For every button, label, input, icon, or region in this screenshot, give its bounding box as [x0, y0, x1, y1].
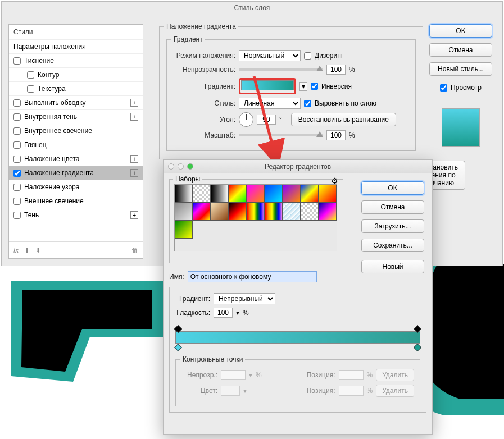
- blend-mode-select[interactable]: Нормальный: [239, 50, 301, 61]
- opacity-input[interactable]: [326, 65, 346, 75]
- overlay-params-row[interactable]: Параметры наложения: [9, 39, 143, 53]
- preset-swatch[interactable]: [301, 185, 319, 203]
- dropdown-icon[interactable]: ▾: [299, 82, 307, 91]
- style-checkbox[interactable]: [13, 57, 21, 65]
- dither-checkbox[interactable]: [304, 52, 311, 60]
- style-checkbox[interactable]: [27, 85, 34, 93]
- new-button[interactable]: Новый: [361, 260, 424, 273]
- style-checkbox[interactable]: [13, 184, 21, 191]
- dropdown-icon[interactable]: ▾: [236, 309, 239, 317]
- swatch-grid: [174, 184, 337, 251]
- style-item[interactable]: Внутреннее свечение: [9, 124, 143, 138]
- preset-swatch[interactable]: [229, 185, 247, 203]
- style-item[interactable]: Выполнить обводку+: [9, 95, 143, 109]
- opacity-slider[interactable]: [239, 68, 323, 71]
- gear-icon[interactable]: ⚙: [331, 176, 338, 185]
- fx-label[interactable]: fx: [13, 246, 19, 254]
- delete-color-stop-button[interactable]: Удалить: [376, 385, 414, 397]
- style-checkbox[interactable]: [13, 170, 21, 177]
- trash-icon[interactable]: 🗑: [131, 246, 138, 254]
- reverse-checkbox[interactable]: [311, 83, 318, 90]
- preset-swatch[interactable]: [247, 203, 265, 221]
- style-checkbox[interactable]: [13, 198, 21, 205]
- opacity-label: Непрозрачность:: [174, 66, 235, 74]
- preview-checkbox[interactable]: [440, 84, 447, 92]
- save-button[interactable]: Сохранить...: [361, 239, 424, 252]
- preset-swatch[interactable]: [319, 185, 337, 203]
- cancel-button[interactable]: Отмена: [429, 43, 492, 57]
- style-label: Текстура: [38, 85, 66, 93]
- style-item[interactable]: Наложение градиента+: [9, 166, 143, 180]
- preset-swatch[interactable]: [229, 203, 247, 221]
- new-style-button[interactable]: Новый стиль...: [429, 62, 492, 76]
- style-item[interactable]: Тиснение: [9, 53, 143, 67]
- style-checkbox[interactable]: [13, 127, 21, 135]
- add-effect-icon[interactable]: +: [130, 155, 138, 163]
- preset-swatch[interactable]: [247, 185, 265, 203]
- align-checkbox[interactable]: [304, 100, 311, 107]
- style-label: Контур: [38, 71, 59, 79]
- angle-input[interactable]: [257, 115, 276, 125]
- add-effect-icon[interactable]: +: [130, 169, 138, 177]
- add-effect-icon[interactable]: +: [130, 113, 138, 121]
- style-checkbox[interactable]: [13, 212, 21, 219]
- color-stop-left[interactable]: [174, 344, 182, 351]
- preset-swatch[interactable]: [211, 185, 229, 203]
- color-stop-right[interactable]: [414, 344, 421, 351]
- style-item[interactable]: Внешнее свечение: [9, 194, 143, 208]
- style-item[interactable]: Контур: [9, 67, 143, 81]
- style-item[interactable]: Внутренняя тень+: [9, 109, 143, 124]
- style-item[interactable]: Тень+: [9, 208, 143, 222]
- stop-position-input-2[interactable]: [339, 386, 364, 396]
- style-checkbox[interactable]: [13, 156, 21, 163]
- stop-position-label-1: Позиция:: [302, 371, 335, 379]
- delete-opacity-stop-button[interactable]: Удалить: [376, 369, 414, 381]
- preset-swatch[interactable]: [301, 203, 319, 221]
- editor-ok-button[interactable]: OK: [361, 181, 424, 195]
- style-checkbox[interactable]: [27, 71, 34, 79]
- gradient-picker[interactable]: [241, 80, 294, 90]
- angle-dial[interactable]: [239, 112, 253, 127]
- editor-cancel-button[interactable]: Отмена: [361, 200, 424, 214]
- down-arrow-icon[interactable]: ⬇: [35, 246, 41, 254]
- preset-swatch[interactable]: [283, 185, 301, 203]
- style-select[interactable]: Линейная: [239, 98, 301, 109]
- style-checkbox[interactable]: [13, 99, 21, 107]
- load-button[interactable]: Загрузить...: [361, 219, 424, 233]
- style-checkbox[interactable]: [13, 113, 21, 121]
- preset-swatch[interactable]: [175, 185, 193, 203]
- scale-slider[interactable]: [239, 134, 323, 136]
- stop-position-input-1[interactable]: [339, 370, 364, 380]
- preset-swatch[interactable]: [319, 203, 337, 221]
- preset-swatch[interactable]: [283, 203, 301, 221]
- preset-swatch[interactable]: [211, 203, 229, 221]
- style-item[interactable]: Глянец: [9, 138, 143, 152]
- style-item[interactable]: Текстура: [9, 81, 143, 95]
- preset-swatch[interactable]: [265, 203, 283, 221]
- add-effect-icon[interactable]: +: [130, 99, 138, 107]
- scale-input[interactable]: [326, 130, 346, 140]
- name-input[interactable]: [188, 271, 317, 282]
- add-effect-icon[interactable]: +: [130, 211, 138, 219]
- grad-type-select[interactable]: Непрерывный: [214, 293, 275, 304]
- stop-color-label: Цвет:: [181, 387, 217, 395]
- gradient-bar[interactable]: [175, 331, 420, 344]
- titlebar[interactable]: Редактор градиентов: [164, 160, 432, 173]
- style-label: Тень: [24, 211, 39, 219]
- style-item[interactable]: Наложение узора: [9, 180, 143, 194]
- style-item[interactable]: Наложение цвета+: [9, 152, 143, 166]
- preset-swatch[interactable]: [193, 185, 211, 203]
- smooth-input[interactable]: [214, 308, 233, 318]
- gradient-picker-highlight: [239, 78, 296, 94]
- up-arrow-icon[interactable]: ⬆: [24, 246, 30, 254]
- style-checkbox[interactable]: [13, 141, 21, 149]
- stop-opacity-input[interactable]: [221, 370, 246, 380]
- ok-button[interactable]: OK: [429, 24, 492, 38]
- smooth-label: Гладкость:: [175, 309, 210, 317]
- stop-color-swatch[interactable]: [221, 386, 240, 396]
- reset-align-button[interactable]: Восстановить выравнивание: [291, 113, 396, 126]
- preset-swatch[interactable]: [193, 203, 211, 221]
- preset-swatch[interactable]: [175, 221, 193, 239]
- preset-swatch[interactable]: [175, 203, 193, 221]
- preset-swatch[interactable]: [265, 185, 283, 203]
